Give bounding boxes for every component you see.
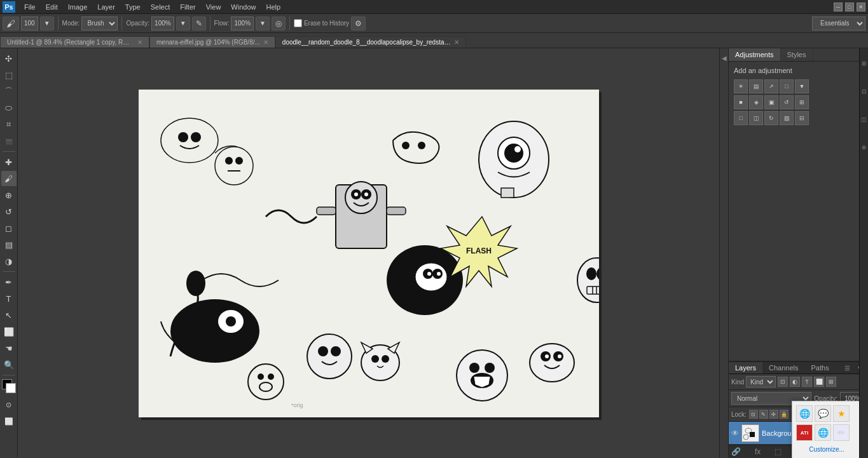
- taskbar-icon-chat[interactable]: 💬: [815, 405, 831, 422]
- tab-doodle-close[interactable]: ✕: [454, 39, 459, 46]
- history-tool[interactable]: ↺: [1, 204, 17, 219]
- mode-select[interactable]: Brush: [81, 17, 118, 30]
- tool-preset-picker[interactable]: 🖌: [3, 17, 19, 30]
- taskbar-icon-pen[interactable]: ✏: [833, 424, 850, 441]
- type-tool[interactable]: T: [1, 291, 17, 306]
- marquee-tool[interactable]: ⬚: [1, 67, 17, 83]
- filter-shape-btn[interactable]: ⬜: [814, 377, 824, 387]
- tab-paths[interactable]: Paths: [805, 362, 836, 374]
- side-icon-3[interactable]: ◫: [860, 107, 868, 132]
- menu-help[interactable]: Help: [261, 2, 286, 12]
- adj-brightness[interactable]: ☀: [734, 79, 748, 93]
- tablet-btn[interactable]: ◎: [272, 17, 286, 30]
- layer-link-btn[interactable]: 🔗: [731, 447, 741, 456]
- lock-paint-btn[interactable]: ✎: [759, 410, 768, 419]
- taskbar-icon-ie[interactable]: 🌐: [796, 405, 813, 422]
- opacity-btn[interactable]: ▼: [176, 17, 190, 30]
- side-icon-4[interactable]: ⊕: [860, 135, 868, 160]
- dodge-tool[interactable]: ◑: [1, 253, 17, 269]
- zoom-tool[interactable]: 🔍: [1, 357, 17, 372]
- quick-select-tool[interactable]: ⬭: [1, 100, 17, 116]
- flow-btn[interactable]: ▼: [256, 17, 270, 30]
- menu-file[interactable]: File: [19, 2, 41, 12]
- clone-tool[interactable]: ⊕: [1, 187, 17, 203]
- tab-layers[interactable]: Layers: [729, 362, 762, 374]
- hand-tool[interactable]: ☚: [1, 340, 17, 356]
- close-btn[interactable]: ✕: [857, 3, 865, 11]
- tab-styles[interactable]: Styles: [781, 48, 813, 61]
- brush-tool[interactable]: 🖌: [1, 171, 17, 186]
- side-icon-2[interactable]: ⊡: [860, 79, 868, 104]
- filter-smart-btn[interactable]: ⊞: [826, 377, 836, 387]
- brush-settings-btn[interactable]: ⚙: [351, 17, 366, 30]
- adj-threshold[interactable]: ▨: [780, 111, 794, 125]
- adj-hsl[interactable]: ■: [734, 95, 748, 109]
- airbrush-btn[interactable]: ✎: [192, 17, 206, 30]
- menu-edit[interactable]: Edit: [41, 2, 63, 12]
- kind-select[interactable]: Kind: [746, 376, 776, 387]
- layers-kind-toolbar: Kind Kind ⊡ ◐ T ⬜ ⊞: [729, 374, 868, 390]
- filter-adjust-btn[interactable]: ◐: [790, 377, 800, 387]
- adj-vibrance[interactable]: ▼: [795, 79, 809, 93]
- tab-doodle[interactable]: doodle__random_doodle_8__doodlapocalipse…: [275, 36, 466, 48]
- layers-menu-btn[interactable]: ☰: [842, 363, 853, 373]
- lasso-tool[interactable]: ⌒: [1, 84, 17, 99]
- pen-tool[interactable]: ✒: [1, 274, 17, 290]
- layer-mask-btn[interactable]: ⬚: [775, 447, 782, 456]
- customize-link[interactable]: Customize...: [796, 445, 857, 454]
- tab-untitled-close[interactable]: ✕: [137, 39, 142, 46]
- tab-untitled[interactable]: Untitled-1 @ 89.4% (Rectangle 1 copy, RG…: [0, 36, 149, 48]
- canvas-area[interactable]: FLASH: [18, 48, 719, 458]
- lock-position-btn[interactable]: ✣: [769, 410, 778, 419]
- adj-invert[interactable]: ◫: [749, 111, 763, 125]
- gradient-tool[interactable]: ▤: [1, 237, 17, 252]
- menu-image[interactable]: Image: [63, 2, 93, 12]
- side-icon-1[interactable]: ⊞: [860, 51, 868, 76]
- tab-eiffel-close[interactable]: ✕: [263, 39, 268, 46]
- move-tool[interactable]: ✣: [1, 51, 17, 66]
- taskbar-icon-star[interactable]: ★: [833, 405, 850, 422]
- shape-tool[interactable]: ⬜: [1, 324, 17, 339]
- screen-mode-btn[interactable]: ⬜: [1, 414, 17, 429]
- maximize-btn[interactable]: □: [845, 3, 854, 11]
- adj-colorlookup[interactable]: □: [734, 111, 748, 125]
- menu-view[interactable]: View: [201, 2, 226, 12]
- filter-type-btn[interactable]: T: [802, 377, 812, 387]
- adj-levels[interactable]: ▤: [749, 79, 763, 93]
- taskbar-icon-ati[interactable]: ATI: [796, 424, 813, 441]
- menu-filter[interactable]: Filter: [175, 2, 200, 12]
- menu-layer[interactable]: Layer: [92, 2, 120, 12]
- adj-curves[interactable]: ↗: [764, 79, 778, 93]
- adj-posterize[interactable]: ↻: [764, 111, 778, 125]
- path-select-tool[interactable]: ↖: [1, 307, 17, 323]
- menu-type[interactable]: Type: [120, 2, 146, 12]
- adj-colorbalance[interactable]: ◈: [749, 95, 763, 109]
- minimize-btn[interactable]: ─: [834, 3, 843, 11]
- erase-history-checkbox[interactable]: [294, 19, 302, 27]
- adj-channelmixer[interactable]: ⊞: [795, 95, 809, 109]
- panel-collapse-btn[interactable]: ◀: [719, 48, 728, 458]
- layer-visibility-icon[interactable]: 👁: [731, 429, 739, 438]
- menu-window[interactable]: Window: [226, 2, 261, 12]
- layer-effects-btn[interactable]: fx: [755, 447, 761, 456]
- quick-mask-btn[interactable]: ⊙: [1, 397, 17, 412]
- lock-all-btn[interactable]: 🔒: [780, 410, 789, 419]
- background-color[interactable]: [6, 383, 16, 393]
- taskbar-icon-ie2[interactable]: 🌐: [815, 424, 831, 441]
- adj-photofilter[interactable]: ↺: [780, 95, 794, 109]
- lock-transparency-btn[interactable]: ⊡: [749, 410, 758, 419]
- tab-adjustments[interactable]: Adjustments: [729, 48, 781, 61]
- tool-size-btn[interactable]: ▼: [40, 17, 54, 30]
- eyedropper-tool[interactable]: 𝄙: [1, 133, 17, 149]
- adj-exposure[interactable]: □: [780, 79, 794, 93]
- crop-tool[interactable]: ⌗: [1, 117, 17, 132]
- menu-select[interactable]: Select: [146, 2, 176, 12]
- essentials-select[interactable]: Essentials: [812, 17, 865, 30]
- tab-channels[interactable]: Channels: [762, 362, 804, 374]
- tab-eiffel[interactable]: menara-eiffel.jpg @ 104% (RGB/8/... ✕: [149, 36, 275, 48]
- filter-pixel-btn[interactable]: ⊡: [778, 377, 788, 387]
- adj-bw[interactable]: ▣: [764, 95, 778, 109]
- adj-gradientmap[interactable]: ⊟: [795, 111, 809, 125]
- healing-tool[interactable]: ✚: [1, 154, 17, 170]
- eraser-tool[interactable]: ◻: [1, 220, 17, 236]
